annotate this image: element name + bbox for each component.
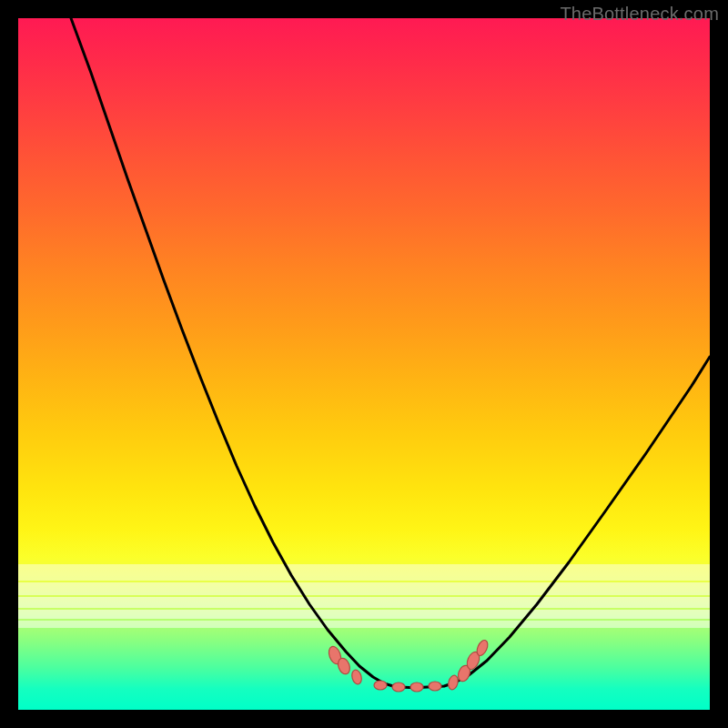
data-marker [410, 682, 423, 692]
watermark-text: TheBottleneck.com [560, 4, 719, 25]
data-marker [374, 681, 387, 690]
marker-series [327, 639, 490, 692]
bottleneck-curve [71, 18, 710, 688]
curve-series [71, 18, 710, 688]
data-marker [429, 682, 441, 691]
chart-frame [18, 18, 710, 710]
data-marker [447, 674, 460, 691]
plot-svg [18, 18, 710, 710]
data-marker [392, 682, 405, 692]
data-marker [350, 669, 363, 685]
